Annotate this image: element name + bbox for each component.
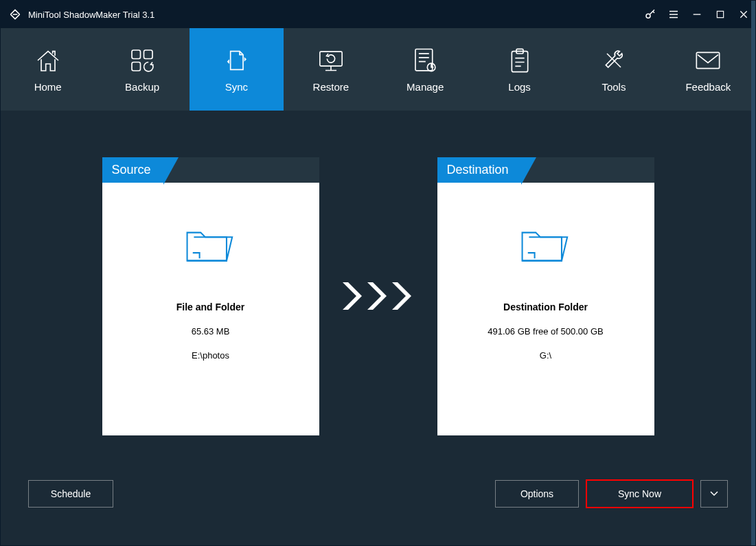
schedule-label: Schedule	[51, 488, 91, 499]
options-label: Options	[520, 488, 553, 499]
source-card[interactable]: Source File and Folder 65.63 MB E:\photo…	[102, 157, 319, 435]
nav-tools[interactable]: Tools	[566, 28, 661, 111]
nav-restore[interactable]: Restore	[284, 28, 378, 111]
main-nav: Home Backup Sync	[1, 28, 755, 111]
svg-rect-10	[697, 52, 720, 68]
direction-arrows-icon	[340, 279, 417, 313]
tools-icon	[600, 47, 628, 74]
nav-sync[interactable]: Sync	[190, 28, 284, 111]
destination-card[interactable]: Destination Destination Folder 491.06 GB…	[437, 157, 654, 435]
bottom-toolbar: Schedule Options Sync Now	[28, 480, 728, 508]
titlebar: MiniTool ShadowMaker Trial 3.1	[1, 1, 755, 28]
nav-feedback-label: Feedback	[685, 81, 731, 93]
schedule-button[interactable]: Schedule	[28, 480, 113, 508]
restore-icon	[317, 47, 345, 74]
vertical-scrollbar[interactable]	[751, 1, 755, 545]
svg-rect-5	[320, 52, 342, 66]
svg-rect-6	[415, 49, 433, 70]
backup-icon	[128, 47, 156, 74]
sync-now-label: Sync Now	[618, 488, 661, 499]
manage-icon	[412, 47, 438, 74]
window-title: MiniTool ShadowMaker Trial 3.1	[28, 10, 154, 20]
source-title: File and Folder	[176, 302, 245, 312]
nav-tools-label: Tools	[602, 81, 626, 93]
svg-rect-2	[132, 50, 141, 59]
folder-icon	[183, 220, 239, 267]
home-icon	[34, 47, 62, 74]
nav-sync-label: Sync	[225, 81, 248, 93]
menu-icon[interactable]	[662, 1, 685, 28]
logs-icon	[508, 47, 531, 74]
sync-now-button[interactable]: Sync Now	[586, 479, 694, 508]
source-size: 65.63 MB	[192, 326, 230, 337]
nav-home-label: Home	[34, 81, 62, 93]
nav-manage-label: Manage	[406, 81, 444, 93]
app-logo-icon	[8, 7, 23, 22]
minimize-button[interactable]	[685, 1, 709, 28]
options-button[interactable]: Options	[495, 480, 579, 508]
source-header: Source	[102, 157, 319, 183]
svg-rect-3	[144, 50, 153, 59]
nav-logs-label: Logs	[508, 81, 531, 93]
svg-point-0	[646, 14, 650, 18]
app-window: MiniTool ShadowMaker Trial 3.1	[0, 0, 756, 546]
nav-logs[interactable]: Logs	[472, 28, 566, 111]
destination-header: Destination	[437, 157, 654, 183]
nav-restore-label: Restore	[313, 81, 350, 93]
destination-path: G:\	[540, 350, 551, 361]
destination-header-label: Destination	[437, 157, 521, 183]
maximize-button[interactable]	[709, 1, 732, 28]
destination-free: 491.06 GB free of 500.00 GB	[488, 326, 603, 337]
sync-content: Source File and Folder 65.63 MB E:\photo…	[1, 112, 755, 480]
nav-backup[interactable]: Backup	[95, 28, 189, 111]
chevron-down-icon	[710, 491, 718, 497]
key-icon[interactable]	[639, 1, 662, 28]
nav-backup-label: Backup	[125, 81, 159, 93]
feedback-icon	[694, 47, 722, 74]
svg-rect-1	[717, 11, 723, 17]
nav-feedback[interactable]: Feedback	[661, 28, 755, 111]
source-path: E:\photos	[192, 350, 229, 361]
nav-home[interactable]: Home	[1, 28, 95, 111]
source-header-label: Source	[102, 157, 163, 183]
folder-icon	[518, 220, 574, 267]
svg-rect-4	[132, 62, 141, 71]
destination-title: Destination Folder	[503, 302, 588, 312]
sync-now-dropdown-button[interactable]	[700, 480, 728, 508]
nav-manage[interactable]: Manage	[378, 28, 472, 111]
sync-icon	[222, 47, 250, 74]
